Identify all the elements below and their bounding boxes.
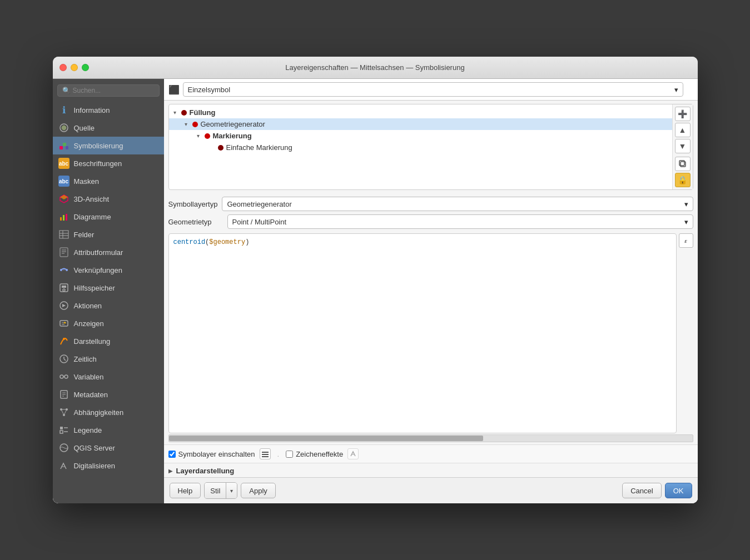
symbollayertyp-value: Geometriegenerator [227, 200, 291, 208]
sidebar-item-quelle[interactable]: Quelle [53, 119, 164, 137]
form-section: Symbollayertyp Geometriegenerator ▾ Geom… [164, 193, 698, 232]
editor-container: centroid($geometry) ε [168, 233, 693, 433]
move-up-button[interactable]: ▲ [675, 123, 691, 137]
svg-rect-13 [60, 248, 68, 257]
tree-dot [205, 133, 210, 139]
dropdown-arrow-icon: ▾ [684, 200, 688, 208]
verknupfungen-icon [58, 264, 69, 276]
sidebar-item-digitalisieren[interactable]: Digitalisieren [53, 457, 164, 474]
expression-builder-button[interactable]: ε [679, 233, 693, 248]
geometrietyp-row: Geometrietyp Point / MultiPoint ▾ [168, 214, 693, 229]
einzelsymbol-dropdown[interactable]: Einzelsymbol ▾ [183, 82, 683, 97]
svg-rect-46 [60, 431, 63, 433]
search-input[interactable] [73, 87, 155, 94]
dropdown-arrow: ▾ [674, 86, 678, 94]
code-function: centroid [173, 238, 206, 246]
sidebar-item-variablen[interactable]: Variablen [53, 368, 164, 386]
sidebar-item-label: Digitalisieren [74, 462, 115, 470]
diagramme-icon [58, 211, 69, 222]
svg-rect-7 [63, 215, 64, 221]
felder-icon [58, 229, 69, 240]
duplicate-button[interactable] [675, 157, 691, 171]
geometrietyp-label: Geometrietyp [168, 218, 212, 226]
svg-point-27 [63, 338, 65, 340]
svg-rect-44 [60, 427, 63, 429]
zeitlich-icon [58, 353, 69, 364]
tree-item-fullung[interactable]: ▾ Füllung [169, 107, 672, 118]
ok-button[interactable]: OK [665, 483, 692, 498]
layerdarstellung-label: Layerdarstellung [176, 467, 235, 475]
minimize-button[interactable] [71, 64, 78, 71]
add-layer-button[interactable]: ➕ [675, 107, 691, 121]
sidebar-item-label: Felder [74, 231, 95, 239]
beschriftungen-icon: abc [58, 158, 69, 169]
svg-point-21 [63, 289, 65, 291]
tree-item-markierung[interactable]: ▾ Markierung [169, 130, 672, 142]
window-title: Layereigenschaften — Mittelsachsen — Sym… [285, 63, 464, 72]
move-down-button[interactable]: ▼ [675, 139, 691, 153]
zeicheneffekte-options-button[interactable] [347, 448, 359, 459]
tree-arrow: ▾ [173, 109, 181, 116]
code-content: centroid($geometry) [169, 234, 676, 251]
symbollayertyp-dropdown[interactable]: Geometriegenerator ▾ [222, 197, 693, 211]
close-button[interactable] [59, 64, 67, 71]
code-editor[interactable]: centroid($geometry) [168, 233, 677, 433]
svg-line-30 [64, 359, 66, 361]
sidebar-item-hilfsspeicher[interactable]: Hilfsspeicher [53, 279, 164, 297]
tree-item-einfache-markierung[interactable]: Einfache Markierung [169, 142, 672, 153]
sidebar-item-zeitlich[interactable]: Zeitlich [53, 350, 164, 368]
sidebar-item-attributformular[interactable]: Attributformular [53, 243, 164, 261]
sidebar-item-legende[interactable]: Legende [53, 421, 164, 439]
sidebar-item-abhangigkeiten[interactable]: Abhängigkeiten [53, 403, 164, 421]
sidebar-item-verknupfungen[interactable]: Verknüpfungen [53, 261, 164, 279]
tree-label: Markierung [213, 132, 668, 140]
geometrietyp-dropdown[interactable]: Point / MultiPoint ▾ [227, 214, 693, 229]
svg-rect-1 [59, 146, 63, 149]
sidebar-item-3d-ansicht[interactable]: 3D-Ansicht [53, 190, 164, 208]
tree-dot [181, 110, 187, 116]
help-button[interactable]: Help [170, 483, 201, 498]
svg-point-32 [64, 375, 68, 378]
horizontal-scrollbar[interactable] [168, 434, 693, 442]
sidebar-item-beschriftungen[interactable]: abc Beschriftungen [53, 154, 164, 172]
sidebar-item-masken[interactable]: abc Masken [53, 172, 164, 190]
main-content: ⬛ Einzelsymbol ▾ ▾ Füllung [164, 79, 698, 503]
sidebar-item-felder[interactable]: Felder [53, 226, 164, 243]
sidebar-item-symbolisierung[interactable]: Symbolisierung [53, 137, 164, 154]
svg-rect-54 [262, 456, 269, 457]
symbolayer-options-button[interactable] [260, 448, 271, 459]
apply-button[interactable]: Apply [241, 483, 276, 498]
sidebar-item-information[interactable]: ℹ Information [53, 101, 164, 119]
sidebar-item-darstellung[interactable]: Darstellung [53, 332, 164, 350]
maximize-button[interactable] [82, 64, 89, 71]
digitalisieren-icon [58, 460, 69, 471]
stil-split-button[interactable]: Stil ▾ [204, 482, 237, 499]
stil-button[interactable]: Stil [205, 483, 226, 498]
main-window: Layereigenschaften — Mittelsachsen — Sym… [53, 57, 698, 503]
tree-arrow: ▾ [197, 133, 205, 139]
sidebar-item-diagramme[interactable]: Diagramme [53, 208, 164, 226]
tree-label: Füllung [190, 108, 668, 117]
sidebar-item-qgis-server[interactable]: QGIS Server [53, 439, 164, 457]
lock-button[interactable]: 🔒 [675, 173, 691, 187]
3d-ansicht-icon [58, 193, 69, 204]
sidebar-item-anzeigen[interactable]: Anzeigen [53, 314, 164, 332]
zeicheneffekte-checkbox[interactable] [286, 451, 293, 458]
symbolayer-checkbox[interactable] [168, 451, 176, 458]
stil-dropdown-arrow[interactable]: ▾ [226, 483, 237, 498]
search-box[interactable]: 🔍 [57, 84, 160, 97]
sidebar-item-label: Attributformular [74, 248, 123, 257]
layer-display-arrow: ▶ [168, 468, 173, 474]
sidebar-item-aktionen[interactable]: Aktionen [53, 297, 164, 314]
svg-rect-2 [63, 143, 66, 146]
layer-display-section[interactable]: ▶ Layerdarstellung [164, 463, 698, 477]
tree-label: Geometriegenerator [201, 120, 668, 128]
information-icon: ℹ [58, 104, 69, 116]
sidebar-item-metadaten[interactable]: Metadaten [53, 386, 164, 403]
bottom-options: Symbolayer einschalten . Zeicheneffekte [164, 444, 698, 463]
cancel-button[interactable]: Cancel [622, 483, 661, 498]
tree-item-geometriegenerator[interactable]: ▾ Geometriegenerator [169, 118, 672, 130]
code-variable: $geometry [209, 238, 245, 246]
sidebar-item-label: Anzeigen [74, 319, 104, 328]
window-body: 🔍 ℹ Information Quelle Symbolisierung ab… [53, 79, 698, 503]
